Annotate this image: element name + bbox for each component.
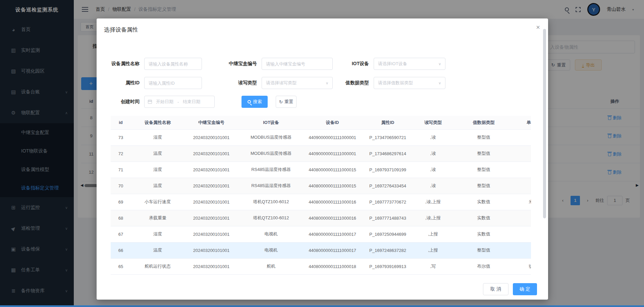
cell: 布尔值 [451,258,516,274]
cell: 202403200101001 [184,162,238,178]
cell: ,读 [415,178,451,194]
device-attr-name-input[interactable] [144,58,202,70]
cell: 承载重量 [131,210,184,226]
cell [516,162,531,178]
cell: P_1697773770672 [361,194,415,210]
cell: ,写 [415,258,451,274]
relay-box-code-label: 中继宝盒编号 [214,61,257,67]
cell: RS485温湿度传感器 [238,162,304,178]
relay-box-code-input[interactable] [262,58,333,70]
cell: P_1697939169913 [361,258,415,274]
table-row[interactable]: 66温度202403200101001电视机440800000011110000… [111,242,531,258]
cell: P_1734686297614 [361,145,415,162]
cell: 小车运行速度 [131,194,184,210]
cell: 67 [111,226,131,242]
cell: ,读 [415,145,451,162]
cell: P_1697937109199 [361,162,415,178]
cell: 69 [111,194,131,210]
table-row[interactable]: 71湿度202403200101001RS485温湿度传感器4408000000… [111,162,531,178]
table-row[interactable]: 73湿度202403200101001MODBUS温度传感器4409000000… [111,129,531,145]
cell: P_1697276433454 [361,178,415,194]
column-header-0: id [111,116,131,129]
table-row[interactable]: 68承载重量202403200101001塔机QTZ100-6012440800… [111,210,531,226]
table-row[interactable]: 72温度202403200101001MODBUS温度传感器4409000000… [111,145,531,162]
attr-id-label: 属性ID [100,80,140,86]
column-header-4: 设备ID [304,116,361,129]
attr-id-input[interactable] [144,77,202,89]
table-row[interactable]: 65舵机运行状态202403200101001舵机440800000011110… [111,258,531,274]
cell [516,210,531,226]
cell: 44080000001111000016 [304,210,361,226]
cell: 66 [111,242,131,258]
cell: 44090000001111000001 [304,129,361,145]
table-row[interactable]: 70温度202403200101001RS485温湿度传感器4408000000… [111,178,531,194]
iot-device-select[interactable]: 请选择IOT设备 ∨ [374,58,445,70]
cell: 湿度 [131,162,184,178]
modal-scrollbar-thumb[interactable] [543,29,546,218]
select-device-attribute-modal: 选择设备属性 × 设备属性名称 中继宝盒编号 IOT设备 请选择IOT设备 ∨ … [97,18,548,300]
column-header-5: 属性ID [361,116,415,129]
cell: ,读 [415,162,451,178]
reset-button[interactable]: ↻ 重置 [276,96,297,108]
cell: 202403200101001 [184,145,238,162]
cell: 整型值 [451,129,516,145]
cell: 实数值 [451,226,516,242]
cell: MODBUS温度传感器 [238,129,304,145]
cell: 73 [111,129,131,145]
cell: 72 [111,145,131,162]
cell: 整型值 [451,178,516,194]
filter-row-2: 属性ID 读写类型 请选择读写类型 ∨ 值数据类型 请选择值数据类型 ∨ [97,77,548,89]
cell: 湿度 [131,226,184,242]
cell: P_1697250944699 [361,226,415,242]
column-header-7: 值数据类型 [451,116,516,129]
calendar-icon [148,100,152,104]
bottom-scrollbar[interactable] [0,305,644,307]
date-separator: - [177,99,179,104]
cell: 整型值 [451,162,516,178]
close-icon[interactable]: × [536,24,540,31]
cell: 舵机 [238,258,304,274]
cell [516,242,531,258]
column-header-8: 单位 [516,116,531,129]
cell: 70 [111,178,131,194]
cell: ,读 [415,129,451,145]
cancel-button[interactable]: 取 消 [483,283,508,295]
cell: 202403200101001 [184,242,238,258]
create-time-label: 创建时间 [100,99,140,105]
cell [516,145,531,162]
date-range-input[interactable]: 开始日期 - 结束日期 [144,96,215,108]
cell: 整型值 [451,145,516,162]
start-date-placeholder: 开始日期 [156,99,173,105]
cell [516,226,531,242]
search-button[interactable]: 搜索 [241,96,268,108]
table-row[interactable]: 69小车运行速度202403200101001塔机QTZ100-60124408… [111,194,531,210]
cell: 塔机QTZ100-6012 [238,194,304,210]
value-datatype-select[interactable]: 请选择值数据类型 ∨ [374,77,445,89]
table-row[interactable]: 67湿度202403200101001电视机440800000011110000… [111,226,531,242]
refresh-icon: ↻ [279,99,283,104]
chevron-down-icon: ∨ [326,81,328,85]
search-icon [248,100,251,103]
rw-type-label: 读写类型 [214,80,257,86]
cell: 202403200101001 [184,226,238,242]
column-header-6: 读写类型 [415,116,451,129]
cell: 整型值 [451,242,516,258]
cell: 温度 [131,242,184,258]
column-header-3: IOT设备 [238,116,304,129]
confirm-button[interactable]: 确 定 [513,283,537,295]
cell: 实数值 [451,210,516,226]
cell: ,上报 [415,242,451,258]
cell: ,读,上报 [415,194,451,210]
modal-table-header-row: id设备属性名称中继宝盒编号IOT设备设备ID属性ID读写类型值数据类型单位 [111,116,531,129]
cell: 温度 [131,145,184,162]
cell: 71 [111,162,131,178]
cell: 44080000001111000017 [304,226,361,242]
end-date-placeholder: 结束日期 [183,99,200,105]
cell: 202403200101001 [184,210,238,226]
rw-type-select[interactable]: 请选择读写类型 ∨ [262,77,333,89]
cell: 202403200101001 [184,258,238,274]
cell: 实数值 [451,194,516,210]
cell: 202403200101001 [184,129,238,145]
cell: 44080000001111000017 [304,242,361,258]
device-attribute-table: id设备属性名称中继宝盒编号IOT设备设备ID属性ID读写类型值数据类型单位73… [111,116,531,275]
